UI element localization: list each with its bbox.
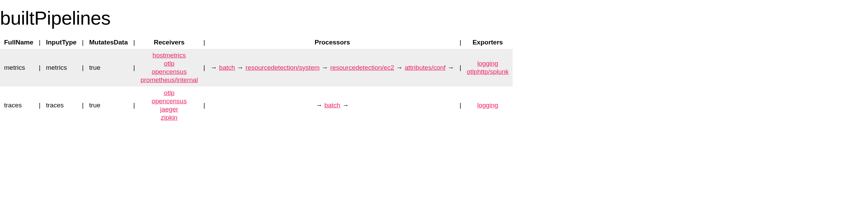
arrow-icon: → [322, 64, 328, 71]
page-title: builtPipelines [0, 7, 868, 29]
col-mutatesdata: MutatesData [85, 36, 132, 49]
separator: | [81, 87, 85, 124]
separator: | [202, 87, 207, 124]
arrow-icon: → [211, 64, 217, 71]
exporter-link[interactable]: logging [477, 102, 498, 109]
receiver-link[interactable]: hostmetrics [153, 52, 186, 59]
col-receivers: Receivers [136, 36, 202, 49]
cell-processors: →batch→ [207, 87, 458, 124]
exporter-link[interactable]: otlphttp/splunk [467, 68, 509, 76]
separator: | [81, 49, 85, 87]
cell-receivers: otlpopencensusjaegerzipkin [136, 87, 202, 124]
cell-mutatesdata: true [85, 49, 132, 87]
exporter-link[interactable]: logging [477, 60, 498, 67]
arrow-icon: → [316, 102, 322, 109]
processor-link[interactable]: batch [324, 102, 340, 109]
separator: | [132, 36, 136, 49]
separator: | [38, 36, 42, 49]
cell-fullname: metrics [0, 49, 38, 87]
receiver-link[interactable]: zipkin [161, 114, 177, 121]
receiver-link[interactable]: opencensus [152, 68, 186, 76]
cell-mutatesdata: true [85, 87, 132, 124]
table-row: metrics|metrics|true|hostmetricsotlpopen… [0, 49, 513, 87]
separator: | [458, 87, 463, 124]
col-processors: Processors [207, 36, 458, 49]
processor-link[interactable]: resourcedetection/system [246, 64, 320, 71]
separator: | [132, 49, 136, 87]
separator: | [202, 36, 207, 49]
col-fullname: FullName [0, 36, 38, 49]
arrow-icon: → [237, 64, 244, 71]
col-inputtype: InputType [42, 36, 80, 49]
arrow-icon: → [448, 64, 454, 71]
separator: | [38, 87, 42, 124]
cell-inputtype: traces [42, 87, 80, 124]
col-exporters: Exporters [463, 36, 513, 49]
cell-exporters: logging [463, 87, 513, 124]
separator: | [458, 49, 463, 87]
receiver-link[interactable]: otlp [164, 89, 174, 97]
separator: | [81, 36, 85, 49]
processor-link[interactable]: batch [219, 64, 235, 71]
table-header-row: FullName | InputType | MutatesData | Rec… [0, 36, 513, 49]
arrow-icon: → [396, 64, 403, 71]
processor-link[interactable]: resourcedetection/ec2 [330, 64, 394, 71]
receiver-link[interactable]: opencensus [152, 97, 186, 105]
cell-fullname: traces [0, 87, 38, 124]
receiver-link[interactable]: prometheus/internal [141, 76, 198, 84]
separator: | [458, 36, 463, 49]
pipelines-table: FullName | InputType | MutatesData | Rec… [0, 36, 513, 124]
separator: | [38, 49, 42, 87]
cell-receivers: hostmetricsotlpopencensusprometheus/inte… [136, 49, 202, 87]
table-row: traces|traces|true|otlpopencensusjaegerz… [0, 87, 513, 124]
cell-exporters: loggingotlphttp/splunk [463, 49, 513, 87]
separator: | [202, 49, 207, 87]
separator: | [132, 87, 136, 124]
arrow-icon: → [342, 102, 349, 109]
cell-processors: →batch→resourcedetection/system→resource… [207, 49, 458, 87]
receiver-link[interactable]: otlp [164, 60, 174, 67]
processor-link[interactable]: attributes/conf [405, 64, 446, 71]
cell-inputtype: metrics [42, 49, 80, 87]
receiver-link[interactable]: jaeger [160, 106, 178, 113]
